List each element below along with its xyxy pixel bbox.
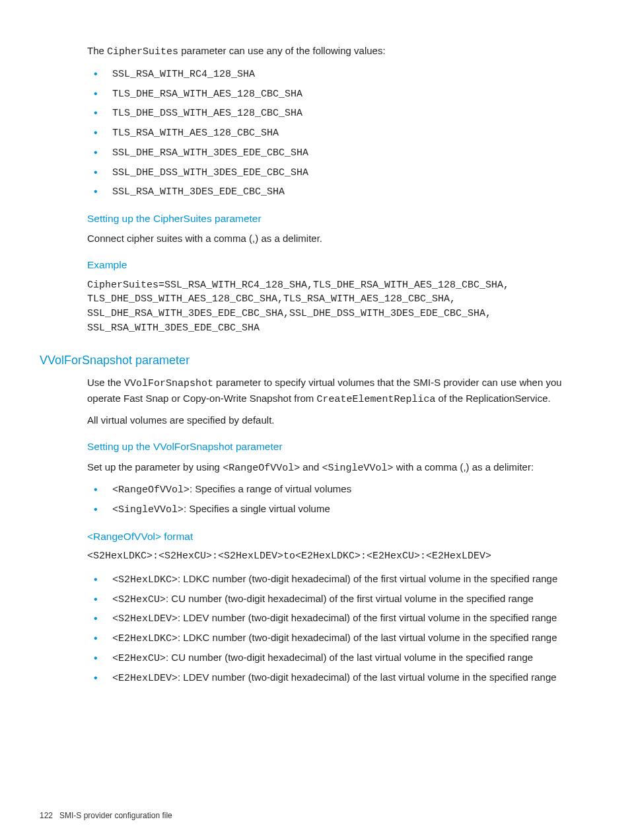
list-item: SSL_DHE_DSS_WITH_3DES_EDE_CBC_SHA (87, 165, 590, 180)
text: and (300, 461, 322, 473)
heading-rangeofvvol-format: <RangeOfVVol> format (87, 529, 590, 544)
cipher-value: SSL_RSA_WITH_RC4_128_SHA (112, 69, 255, 80)
vvol-paragraph-2: All virtual volumes are specified by def… (87, 413, 590, 428)
param-desc: : LDKC number (two-digit hexadecimal) of… (178, 632, 557, 643)
code-vvolforsnapshot: VVolForSnapshot (124, 378, 213, 389)
code-rangeofvvol: <RangeOfVVol> (223, 463, 300, 474)
intro-paragraph: The CipherSuites parameter can use any o… (87, 44, 590, 59)
param-code: <E2HexLDKC> (112, 633, 178, 644)
text: of the ReplicationService. (435, 393, 550, 404)
ciphersuites-setup-body: Connect cipher suites with a comma (,) a… (87, 231, 590, 246)
cipher-value: SSL_DHE_DSS_WITH_3DES_EDE_CBC_SHA (112, 167, 308, 178)
cipher-value: SSL_RSA_WITH_3DES_EDE_CBC_SHA (112, 186, 285, 198)
example-code-block: CipherSuites=SSL_RSA_WITH_RC4_128_SHA,TL… (87, 278, 590, 336)
vvol-paragraph-1: Use the VVolForSnapshot parameter to spe… (87, 375, 590, 407)
cipher-value: SSL_DHE_RSA_WITH_3DES_EDE_CBC_SHA (112, 147, 308, 159)
param-desc: : Specifies a range of virtual volumes (190, 483, 351, 494)
cipher-value: TLS_DHE_RSA_WITH_AES_128_CBC_SHA (112, 89, 302, 100)
param-desc: : CU number (two-digit hexadecimal) of t… (166, 652, 533, 663)
param-code: <S2HexCU> (112, 594, 166, 605)
param-code: <E2HexCU> (112, 653, 166, 664)
list-item: <SingleVVol>: Specifies a single virtual… (87, 502, 590, 517)
code-createelementreplica: CreateElementReplica (316, 394, 435, 405)
cipher-value: TLS_RSA_WITH_AES_128_CBC_SHA (112, 128, 279, 139)
list-item: <E2HexLDKC>: LDKC number (two-digit hexa… (87, 630, 590, 646)
cipher-value: TLS_DHE_DSS_WITH_AES_128_CBC_SHA (112, 108, 302, 119)
list-item: TLS_RSA_WITH_AES_128_CBC_SHA (87, 125, 590, 141)
param-desc: : LDEV number (two-digit hexadecimal) of… (178, 612, 557, 623)
param-code: <RangeOfVVol> (112, 484, 190, 496)
code-singlevvol: <SingleVVol> (322, 463, 394, 474)
heading-example: Example (87, 258, 590, 272)
param-desc: : LDEV number (two-digit hexadecimal) of… (178, 671, 557, 683)
range-format-list: <S2HexLDKC>: LDKC number (two-digit hexa… (87, 572, 590, 686)
param-desc: : Specifies a single virtual volume (184, 503, 330, 514)
text: with a comma (,) as a delimiter: (394, 461, 534, 473)
param-code: <S2HexLDEV> (112, 613, 178, 625)
text: Set up the parameter by using (87, 461, 223, 473)
list-item: TLS_DHE_RSA_WITH_AES_128_CBC_SHA (87, 86, 590, 102)
param-desc: : LDKC number (two-digit hexadecimal) of… (178, 573, 557, 584)
intro-prefix: The (87, 45, 107, 56)
list-item: SSL_DHE_RSA_WITH_3DES_EDE_CBC_SHA (87, 145, 590, 161)
heading-vvolforsnapshot: VVolForSnapshot parameter (40, 352, 590, 369)
intro-suffix: parameter can use any of the following v… (178, 45, 386, 56)
param-desc: : CU number (two-digit hexadecimal) of t… (166, 593, 534, 604)
list-item: TLS_DHE_DSS_WITH_AES_128_CBC_SHA (87, 105, 590, 121)
list-item: <RangeOfVVol>: Specifies a range of virt… (87, 482, 590, 498)
param-code: <E2HexLDEV> (112, 673, 178, 684)
param-code: <S2HexLDKC> (112, 574, 178, 586)
list-item: SSL_RSA_WITH_3DES_EDE_CBC_SHA (87, 184, 590, 200)
list-item: <S2HexLDKC>: LDKC number (two-digit hexa… (87, 572, 590, 588)
intro-code: CipherSuites (107, 46, 178, 57)
list-item: <E2HexLDEV>: LDEV number (two-digit hexa… (87, 670, 590, 686)
list-item: <E2HexCU>: CU number (two-digit hexadeci… (87, 650, 590, 666)
vvol-setup-list: <RangeOfVVol>: Specifies a range of virt… (87, 482, 590, 517)
list-item: <S2HexLDEV>: LDEV number (two-digit hexa… (87, 611, 590, 627)
vvol-setup-paragraph: Set up the parameter by using <RangeOfVV… (87, 460, 590, 476)
cipher-suite-list: SSL_RSA_WITH_RC4_128_SHATLS_DHE_RSA_WITH… (87, 66, 590, 200)
heading-vvol-setup: Setting up the VVolForSnapshot parameter (87, 439, 590, 454)
list-item: SSL_RSA_WITH_RC4_128_SHA (87, 66, 590, 82)
text: Use the (87, 377, 124, 388)
list-item: <S2HexCU>: CU number (two-digit hexadeci… (87, 592, 590, 607)
range-format-syntax: <S2HexLDKC>:<S2HexCU>:<S2HexLDEV>to<E2He… (87, 549, 590, 564)
heading-ciphersuites-setup: Setting up the CipherSuites parameter (87, 211, 590, 226)
param-code: <SingleVVol> (112, 504, 184, 515)
